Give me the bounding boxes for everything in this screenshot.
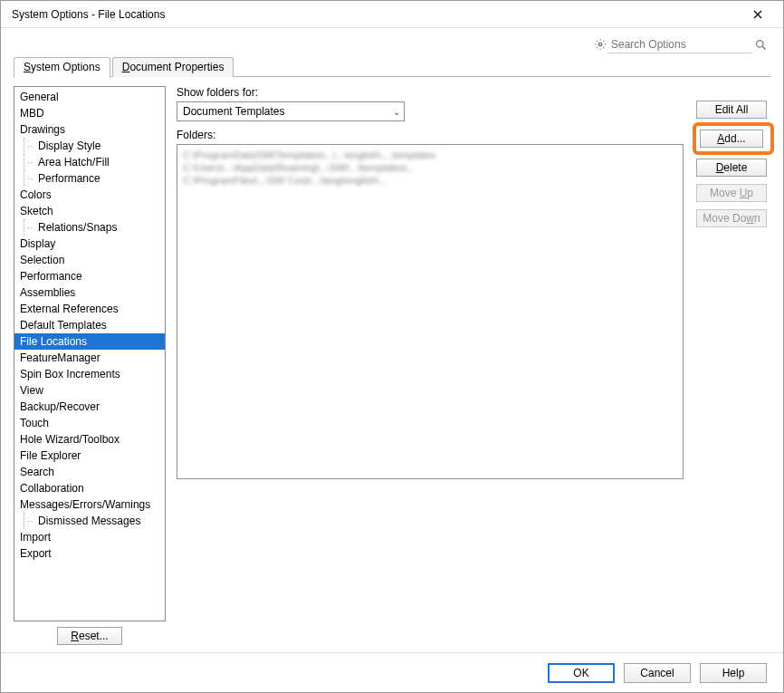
nav-item-hole-wizard-toolbox[interactable]: Hole Wizard/Toolbox [14, 431, 165, 448]
move-down-button[interactable]: Move Down [696, 209, 767, 227]
search-row [1, 28, 783, 55]
folders-list[interactable]: C:\ProgramData\SW\Templates\...\...\engl… [177, 144, 684, 479]
close-icon [753, 10, 762, 19]
combo-value: Document Templates [183, 105, 285, 118]
folders-label: Folders: [177, 129, 684, 141]
svg-point-0 [598, 43, 602, 46]
nav-item-file-explorer[interactable]: File Explorer [14, 448, 165, 464]
reset-row: Reset... [14, 621, 166, 645]
nav-item-messages-errors-warnings[interactable]: Messages/Errors/Warnings [14, 496, 165, 513]
nav-item-touch[interactable]: Touch [14, 415, 165, 431]
file-locations-panel: Show folders for: Document Templates ⌄ F… [177, 86, 770, 645]
nav-item-collaboration[interactable]: Collaboration [14, 480, 165, 496]
dialog-body: GeneralMBDDrawings·· Display Style·· Are… [1, 77, 783, 652]
add-highlight: Add... [693, 122, 774, 155]
nav-item-mbd[interactable]: MBD [14, 105, 165, 121]
tabstrip: System Options Document Properties [1, 55, 783, 77]
tab-document-properties[interactable]: Document Properties [112, 57, 234, 77]
close-button[interactable] [740, 2, 776, 27]
titlebar: System Options - File Locations [1, 1, 783, 28]
search-icon[interactable] [752, 36, 769, 53]
nav-item-area-hatch-fill[interactable]: ·· Area Hatch/Fill [14, 154, 165, 170]
panel-side-buttons: Edit All Add... Delete Move Up Move Down [696, 86, 770, 645]
nav-item-performance[interactable]: ·· Performance [14, 170, 165, 187]
nav-item-sketch[interactable]: Sketch [14, 203, 165, 219]
nav-item-external-references[interactable]: External References [14, 301, 165, 317]
show-folders-label: Show folders for: [177, 86, 684, 99]
edit-all-button[interactable]: Edit All [696, 101, 767, 119]
nav-item-colors[interactable]: Colors [14, 187, 165, 203]
nav-item-backup-recover[interactable]: Backup/Recover [14, 399, 165, 415]
show-folders-combo[interactable]: Document Templates ⌄ [177, 101, 405, 121]
nav-item-performance[interactable]: Performance [14, 268, 165, 284]
window-title: System Options - File Locations [8, 8, 165, 21]
nav-item-dismissed-messages[interactable]: ·· Dismissed Messages [14, 513, 165, 529]
nav-item-drawings[interactable]: Drawings [14, 121, 165, 138]
nav-column: GeneralMBDDrawings·· Display Style·· Are… [14, 86, 166, 645]
nav-item-relations-snaps[interactable]: ·· Relations/Snaps [14, 219, 165, 236]
nav-item-view[interactable]: View [14, 382, 165, 399]
delete-button[interactable]: Delete [696, 159, 767, 177]
nav-item-display-style[interactable]: ·· Display Style [14, 138, 165, 154]
panel-main: Show folders for: Document Templates ⌄ F… [177, 86, 684, 645]
search-input[interactable] [607, 36, 752, 53]
folder-entry[interactable]: C:\ProgramFiles\...\SW Corp\...\lang\eng… [183, 174, 677, 187]
dialog-footer: OK Cancel Help [1, 652, 783, 692]
nav-item-featuremanager[interactable]: FeatureManager [14, 350, 165, 366]
nav-item-display[interactable]: Display [14, 236, 165, 252]
gear-icon [593, 37, 607, 52]
options-dialog: System Options - File Locations System [0, 0, 784, 693]
category-tree[interactable]: GeneralMBDDrawings·· Display Style·· Are… [14, 86, 166, 621]
folder-entry[interactable]: C:\ProgramData\SW\Templates\...\...\engl… [183, 149, 677, 161]
nav-item-selection[interactable]: Selection [14, 252, 165, 268]
cancel-button[interactable]: Cancel [624, 663, 691, 683]
nav-item-import[interactable]: Import [14, 529, 165, 545]
chevron-down-icon: ⌄ [393, 107, 400, 117]
nav-item-export[interactable]: Export [14, 545, 165, 562]
ok-button[interactable]: OK [548, 663, 615, 683]
nav-item-assemblies[interactable]: Assemblies [14, 284, 165, 301]
add-button[interactable]: Add... [700, 130, 763, 148]
move-up-button[interactable]: Move Up [696, 184, 767, 202]
nav-item-spin-box-increments[interactable]: Spin Box Increments [14, 366, 165, 382]
nav-item-file-locations[interactable]: File Locations [14, 333, 165, 350]
nav-item-general[interactable]: General [14, 89, 165, 105]
help-button[interactable]: Help [700, 663, 767, 683]
nav-item-default-templates[interactable]: Default Templates [14, 317, 165, 333]
search-wrap [593, 36, 774, 53]
folder-entry[interactable]: C:\Users\...\AppData\Roaming\...\SW\...\… [183, 161, 677, 174]
svg-point-1 [756, 40, 763, 47]
reset-button[interactable]: Reset... [57, 627, 121, 645]
tab-system-options[interactable]: System Options [14, 57, 110, 78]
nav-item-search[interactable]: Search [14, 464, 165, 480]
